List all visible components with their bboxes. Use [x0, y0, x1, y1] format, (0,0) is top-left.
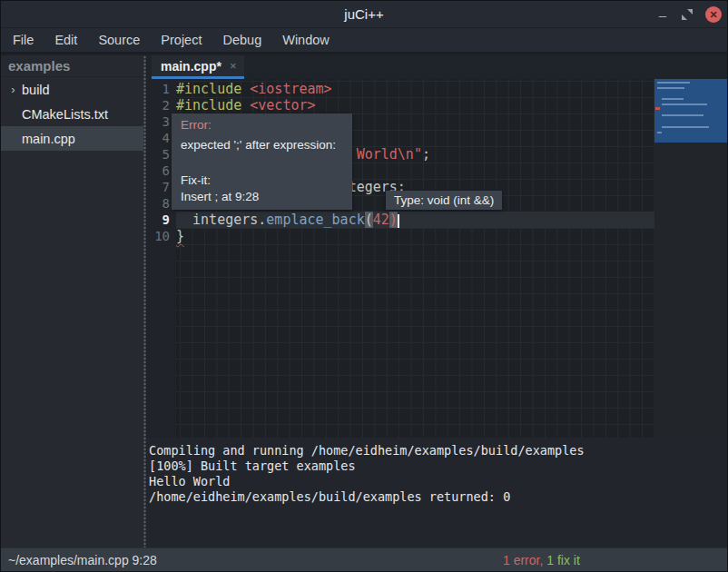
juci-window: juCi++ – ✕ FileEditSourceProjectDebugWin… [0, 0, 728, 572]
line-number: 2 [146, 97, 176, 113]
code-token: World\n" [357, 146, 422, 163]
tree-item-label: main.cpp [22, 132, 75, 146]
diagnostic-fixit-title: Fix-it: [181, 173, 343, 187]
tree-item-cmakelists-txt[interactable]: CMakeLists.txt [1, 102, 143, 126]
menu-source[interactable]: Source [93, 31, 145, 49]
tree-item-build[interactable]: ›build [1, 77, 143, 102]
code-editor[interactable]: 1#include <iostream>2#include <vector>34… [146, 79, 728, 438]
code-token: } [176, 228, 184, 244]
file-tree-panel: examples ›buildCMakeLists.txtmain.cpp [1, 55, 143, 547]
terminal-output-line: [100%] Built target examples [149, 459, 728, 474]
statusbar: ~/examples/main.cpp 9:28 1 error, 1 fix … [1, 547, 727, 572]
project-name-header: examples [1, 55, 143, 77]
code-line-1[interactable]: 1#include <iostream> [146, 81, 654, 97]
line-content: integers.emplace_back(42) [176, 212, 654, 228]
maximize-icon[interactable] [682, 9, 693, 20]
diagnostic-error-title: Error: [181, 118, 343, 132]
status-error-count: 1 error, [503, 553, 543, 567]
tab-close-icon[interactable]: × [230, 59, 237, 73]
minimap-code-line [662, 126, 709, 128]
menu-window[interactable]: Window [277, 31, 335, 49]
code-token: #include [176, 81, 250, 97]
code-line-2[interactable]: 2#include <vector> [146, 97, 654, 113]
minimap-code-line [662, 104, 707, 105]
line-content: #include <iostream> [176, 81, 654, 97]
menu-edit[interactable]: Edit [49, 31, 83, 49]
line-content: #include <vector> [176, 97, 654, 113]
build-output-terminal[interactable]: Compiling and running /home/eidheim/exam… [146, 438, 728, 547]
status-fixit-count: 1 fix it [546, 553, 580, 567]
line-content: } [176, 228, 654, 244]
tree-item-label: CMakeLists.txt [22, 107, 108, 122]
tree-item-label: build [22, 83, 50, 97]
diagnostic-tooltip: Error: expected ';' after expression: Fi… [172, 113, 352, 210]
terminal-output-line: Compiling and running /home/eidheim/exam… [149, 443, 728, 459]
menubar: FileEditSourceProjectDebugWindow [1, 28, 727, 54]
status-diagnostics: 1 error, 1 fix it [503, 553, 580, 567]
close-icon[interactable]: ✕ [705, 6, 722, 23]
terminal-output-line: Hello World [149, 474, 728, 489]
code-line-10[interactable]: 10} [146, 228, 654, 244]
diagnostic-fixit-message: Insert ; at 9:28 [181, 190, 343, 203]
text-cursor [398, 214, 399, 228]
line-number: 9 [146, 212, 176, 228]
minimap-code-line [657, 87, 684, 89]
tree-item-main-cpp[interactable]: main.cpp [1, 126, 143, 151]
menu-debug[interactable]: Debug [217, 31, 267, 49]
code-token: emplace_back [266, 212, 364, 228]
terminal-output-line: /home/eidheim/examples/build/examples re… [149, 489, 728, 505]
diagnostic-error-message: expected ';' after expression: [181, 138, 343, 152]
minimap-error-marker [655, 107, 660, 110]
minimap-slider[interactable] [654, 79, 727, 143]
code-token: <iostream> [250, 81, 331, 97]
code-token: <vector> [250, 97, 315, 113]
code-token: 42 [373, 212, 389, 228]
minimap-code-line [657, 82, 690, 84]
line-number: 10 [146, 228, 176, 244]
code-token: ) [389, 212, 398, 228]
minimap-column [654, 79, 728, 438]
code-token: ( [365, 212, 373, 228]
window-controls: – ✕ [656, 1, 722, 28]
chevron-right-icon[interactable]: › [5, 83, 22, 96]
status-file-location: ~/examples/main.cpp 9:28 [8, 553, 157, 567]
minimap-code-line [662, 98, 684, 100]
window-title: juCi++ [1, 6, 727, 22]
code-token: integers. [176, 212, 266, 228]
menu-file[interactable]: File [7, 31, 39, 49]
tabbar: main.cpp* × [146, 55, 728, 79]
menu-project[interactable]: Project [155, 31, 207, 49]
code-token: #include [176, 97, 250, 113]
minimap-code-line [662, 114, 703, 116]
code-token: ; [422, 146, 430, 163]
type-tooltip: Type: void (int &&) [386, 191, 502, 210]
code-line-9[interactable]: 9 integers.emplace_back(42) [146, 212, 654, 228]
minimize-icon[interactable]: – [656, 7, 669, 23]
line-number: 1 [146, 81, 176, 97]
titlebar[interactable]: juCi++ – ✕ [1, 1, 727, 28]
file-tree: ›buildCMakeLists.txtmain.cpp [1, 77, 143, 151]
minimap-code-line [657, 132, 662, 133]
tab-label: main.cpp* [161, 59, 221, 74]
tab-main-cpp[interactable]: main.cpp* × [152, 55, 244, 79]
